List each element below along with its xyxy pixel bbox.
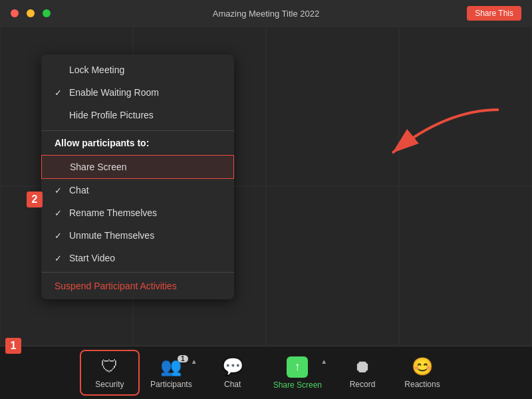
participant-tile <box>266 186 399 346</box>
security-dropdown: Lock Meeting ✓ Enable Waiting Room Hide … <box>41 55 234 299</box>
menu-item-label: Chat <box>69 185 89 196</box>
participants-badge: 1 <box>178 355 188 362</box>
annotation-label-2: 2 <box>27 192 43 207</box>
caret-icon: ▲ <box>321 358 327 365</box>
record-tool-item[interactable]: ⏺ Record <box>332 351 392 394</box>
check-mark: ✓ <box>55 253 64 263</box>
main-content-area: Lock Meeting ✓ Enable Waiting Room Hide … <box>0 27 532 346</box>
check-mark: ✓ <box>55 231 64 241</box>
menu-item-label: Start Video <box>69 253 115 263</box>
top-bar: Amazing Meeting Title 2022 Share This <box>0 0 532 27</box>
menu-item-start-video[interactable]: ✓ Start Video <box>41 247 234 269</box>
allow-participants-label: Allow participants to: <box>41 131 234 152</box>
participants-tool-item[interactable]: 1 ▲ 👥 Participants <box>140 351 203 394</box>
chat-label: Chat <box>224 380 241 389</box>
suspend-button[interactable]: Suspend Participant Activities <box>41 273 234 299</box>
share-screen-label: Share Screen <box>273 380 322 390</box>
check-mark: ✓ <box>55 88 64 98</box>
annotation-label-1: 1 <box>5 338 21 354</box>
share-screen-tool-item[interactable]: ▲ ↑ Share Screen <box>263 351 332 395</box>
security-label: Security <box>95 380 124 389</box>
shield-icon: 🛡 <box>101 356 118 377</box>
meeting-title: Amazing Meeting Title 2022 <box>213 9 319 19</box>
reactions-icon: 😊 <box>412 356 433 377</box>
menu-item-label: Rename Themselves <box>69 207 157 218</box>
check-mark: ✓ <box>55 186 64 196</box>
security-tool-item[interactable]: 🛡 Security <box>80 350 140 396</box>
menu-section-top: Lock Meeting ✓ Enable Waiting Room Hide … <box>41 55 234 131</box>
menu-item-label: Lock Meeting <box>69 65 124 75</box>
check-mark: ✓ <box>55 208 64 218</box>
window-controls <box>11 9 53 17</box>
maximize-button-icon[interactable] <box>43 9 51 17</box>
participant-tile <box>266 27 399 186</box>
menu-item-label: Enable Waiting Room <box>69 87 159 98</box>
menu-item-label: Unmute Themselves <box>69 230 154 241</box>
record-icon: ⏺ <box>354 356 371 377</box>
menu-item-enable-waiting-room[interactable]: ✓ Enable Waiting Room <box>41 81 234 104</box>
close-button-icon[interactable] <box>11 9 19 17</box>
minimize-button-icon[interactable] <box>27 9 35 17</box>
bottom-toolbar: 🛡 Security 1 ▲ 👥 Participants 💬 Chat ▲ ↑… <box>0 346 532 399</box>
menu-section-participants: Share Screen ✓ Chat ✓ Rename Themselves … <box>41 152 234 273</box>
menu-item-label: Hide Profile Pictures <box>69 110 154 120</box>
menu-item-unmute-themselves[interactable]: ✓ Unmute Themselves <box>41 224 234 247</box>
participants-label: Participants <box>150 380 192 389</box>
reactions-tool-item[interactable]: 😊 Reactions <box>392 351 452 394</box>
chat-icon: 💬 <box>222 356 243 377</box>
share-screen-icon: ↑ <box>287 356 308 378</box>
caret-icon: ▲ <box>191 358 198 365</box>
menu-item-chat[interactable]: ✓ Chat <box>41 179 234 201</box>
menu-item-lock-meeting[interactable]: Lock Meeting <box>41 59 234 81</box>
share-this-button[interactable]: Share This <box>467 6 521 21</box>
menu-item-hide-profile-pictures[interactable]: Hide Profile Pictures <box>41 104 234 126</box>
record-label: Record <box>350 380 376 389</box>
participant-tile <box>399 186 532 346</box>
reactions-label: Reactions <box>404 380 440 389</box>
menu-item-share-screen[interactable]: Share Screen <box>41 155 234 179</box>
menu-item-label: Share Screen <box>70 162 127 172</box>
menu-item-rename-themselves[interactable]: ✓ Rename Themselves <box>41 201 234 224</box>
participant-tile <box>399 27 532 186</box>
chat-tool-item[interactable]: 💬 Chat <box>203 351 263 394</box>
